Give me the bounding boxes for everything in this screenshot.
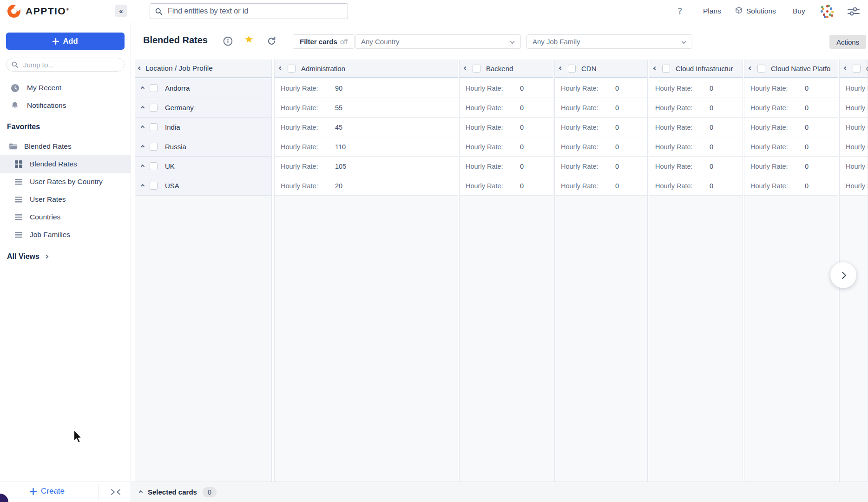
rate-cell[interactable]: Hourly Rate:0	[744, 118, 838, 137]
info-icon[interactable]	[223, 36, 233, 48]
column-header[interactable]: Backend	[460, 59, 553, 78]
add-button[interactable]: Add	[6, 33, 125, 50]
column-header[interactable]: C	[840, 59, 868, 78]
rate-cell[interactable]: Hourly Rate:	[840, 79, 868, 98]
nav-solutions[interactable]: Solutions	[735, 0, 776, 22]
column-checkbox[interactable]	[288, 65, 296, 73]
rate-cell[interactable]: Hourly Rate:0	[744, 157, 838, 176]
column-header[interactable]: Administration	[275, 59, 458, 78]
scroll-right-button[interactable]	[830, 262, 856, 288]
location-row[interactable]: USA	[135, 176, 271, 196]
sidebar-item-my-recent[interactable]: My Recent	[0, 80, 131, 96]
chevron-left-icon[interactable]	[559, 66, 563, 70]
rate-cell[interactable]: Hourly Rate:0	[744, 137, 838, 157]
jump-to-input[interactable]	[6, 58, 125, 72]
location-row[interactable]: UK	[135, 157, 271, 176]
rate-cell[interactable]: Hourly Rate:0	[744, 98, 838, 118]
sidebar-item-blended-rates[interactable]: Blended Rates	[0, 138, 131, 155]
rate-cell[interactable]: Hourly Rate:105	[275, 157, 458, 176]
rate-cell[interactable]: Hourly Rate:0	[744, 176, 838, 196]
refresh-icon[interactable]	[267, 36, 276, 48]
rate-cell[interactable]: Hourly Rate:	[840, 137, 868, 157]
collapse-chevron-icon[interactable]	[141, 86, 145, 90]
rate-cell[interactable]: Hourly Rate:0	[744, 79, 838, 98]
sidebar-item-user-rates-by-country[interactable]: User Rates by Country	[0, 173, 131, 191]
rate-cell[interactable]: Hourly Rate:	[840, 176, 868, 196]
settings-sliders-icon[interactable]	[847, 6, 860, 18]
chevron-left-icon[interactable]	[464, 66, 467, 70]
collapse-inward-icon[interactable]	[111, 489, 121, 497]
row-checkbox[interactable]	[150, 104, 158, 112]
rate-cell[interactable]: Hourly Rate:0	[460, 176, 553, 196]
rate-cell[interactable]: Hourly Rate:0	[649, 157, 743, 176]
create-button[interactable]: Create	[30, 487, 65, 496]
job-family-filter-select[interactable]: Any Job Family	[526, 34, 692, 49]
row-checkbox[interactable]	[150, 182, 158, 190]
user-avatar[interactable]	[819, 3, 835, 19]
chevron-left-icon[interactable]	[138, 66, 142, 70]
column-checkbox[interactable]	[662, 65, 670, 73]
column-checkbox[interactable]	[568, 65, 576, 73]
global-search-input[interactable]	[150, 3, 348, 19]
rate-cell[interactable]: Hourly Rate:	[840, 98, 868, 118]
rate-cell[interactable]: Hourly Rate:0	[649, 176, 743, 196]
rate-cell[interactable]: Hourly Rate:	[840, 118, 868, 137]
sidebar-item-all-views[interactable]: All Views	[7, 252, 48, 261]
rate-cell[interactable]: Hourly Rate:0	[460, 79, 553, 98]
rate-cell[interactable]: Hourly Rate:0	[555, 98, 647, 118]
rate-cell[interactable]: Hourly Rate:0	[460, 137, 553, 157]
collapse-chevron-icon[interactable]	[141, 145, 145, 148]
column-header[interactable]: Cloud Native Platfo	[744, 59, 838, 78]
collapse-chevron-icon[interactable]	[141, 106, 145, 109]
actions-button[interactable]: Actions	[829, 35, 866, 49]
rate-cell[interactable]: Hourly Rate:0	[555, 157, 647, 176]
column-checkbox[interactable]	[757, 65, 765, 73]
rate-cell[interactable]: Hourly Rate:0	[649, 118, 743, 137]
chevron-up-icon[interactable]	[139, 490, 143, 494]
rate-cell[interactable]: Hourly Rate:	[840, 157, 868, 176]
collapse-chevron-icon[interactable]	[141, 164, 145, 168]
favorite-star-icon[interactable]: ★	[244, 33, 254, 46]
rate-cell[interactable]: Hourly Rate:0	[555, 137, 647, 157]
rate-cell[interactable]: Hourly Rate:45	[275, 118, 458, 137]
sidebar-item-user-rates[interactable]: User Rates	[0, 191, 131, 208]
sidebar-item-blended-rates[interactable]: Blended Rates	[0, 155, 131, 173]
rate-cell[interactable]: Hourly Rate:0	[460, 118, 553, 137]
column-checkbox[interactable]	[853, 65, 861, 73]
rate-cell[interactable]: Hourly Rate:0	[555, 118, 647, 137]
rate-cell[interactable]: Hourly Rate:110	[275, 137, 458, 157]
chevron-left-icon[interactable]	[749, 66, 752, 70]
rate-cell[interactable]: Hourly Rate:0	[555, 176, 647, 196]
location-row[interactable]: Russia	[135, 137, 271, 157]
sidebar-item-job-families[interactable]: Job Families	[0, 226, 131, 244]
row-checkbox[interactable]	[150, 162, 158, 170]
location-column-header[interactable]: Location / Job Profile	[135, 59, 271, 78]
location-row[interactable]: Andorra	[135, 79, 271, 98]
rate-cell[interactable]: Hourly Rate:20	[275, 176, 458, 196]
help-button[interactable]: ?	[677, 0, 683, 22]
column-checkbox[interactable]	[473, 65, 480, 73]
chevron-left-icon[interactable]	[279, 66, 283, 70]
collapse-chevron-icon[interactable]	[141, 125, 145, 129]
collapse-chevron-icon[interactable]	[141, 184, 145, 187]
filter-cards-button[interactable]: Filter cards off	[293, 34, 355, 49]
sidebar-collapse-button[interactable]: «	[115, 5, 127, 17]
rate-cell[interactable]: Hourly Rate:0	[649, 137, 743, 157]
row-checkbox[interactable]	[150, 123, 158, 131]
nav-buy[interactable]: Buy	[793, 0, 805, 22]
sidebar-item-notifications[interactable]: Notifications	[0, 98, 131, 113]
location-row[interactable]: Germany	[135, 98, 271, 118]
rate-cell[interactable]: Hourly Rate:0	[460, 98, 553, 118]
rate-cell[interactable]: Hourly Rate:0	[555, 79, 647, 98]
column-header[interactable]: Cloud Infrastructur	[649, 59, 743, 78]
location-row[interactable]: India	[135, 118, 271, 137]
row-checkbox[interactable]	[150, 84, 158, 92]
rate-cell[interactable]: Hourly Rate:0	[460, 157, 553, 176]
chevron-left-icon[interactable]	[844, 66, 848, 70]
chevron-left-icon[interactable]	[653, 66, 657, 70]
country-filter-select[interactable]: Any Country	[355, 34, 521, 49]
rate-cell[interactable]: Hourly Rate:55	[275, 98, 458, 118]
sidebar-item-countries[interactable]: Countries	[0, 208, 131, 226]
nav-plans[interactable]: Plans	[703, 0, 721, 22]
rate-cell[interactable]: Hourly Rate:0	[649, 98, 743, 118]
